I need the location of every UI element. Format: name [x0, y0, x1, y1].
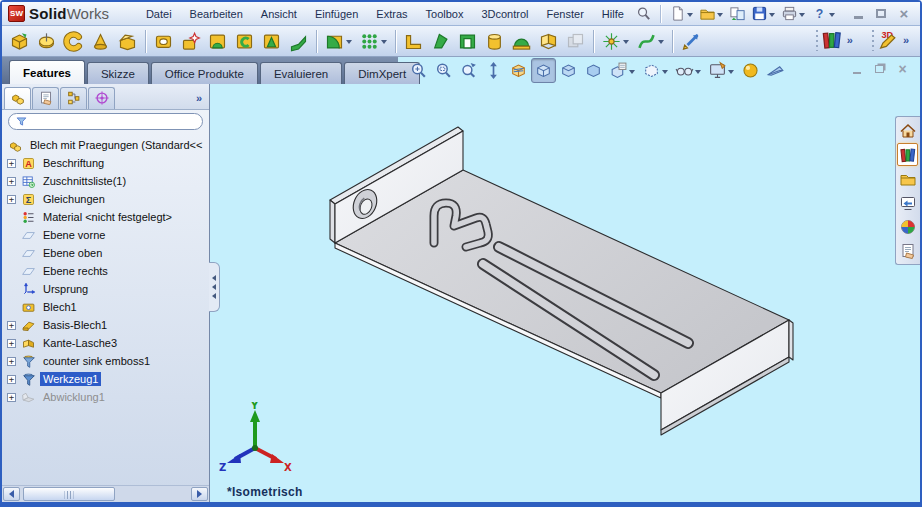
maximize-button[interactable] — [871, 6, 891, 22]
expand-icon[interactable]: + — [7, 375, 16, 384]
boundary-boss-button[interactable] — [114, 28, 141, 55]
expand-icon[interactable]: + — [7, 159, 16, 168]
instant3d-button[interactable] — [677, 28, 704, 55]
design-library-toolbar-icon[interactable] — [821, 29, 843, 51]
dropdown-arrow-icon[interactable] — [628, 60, 636, 81]
dropdown-arrow-icon[interactable] — [345, 30, 353, 53]
panel-overflow-chevron[interactable]: » — [191, 92, 207, 104]
display-style-button[interactable] — [556, 58, 581, 83]
zoom-to-fit-button[interactable] — [406, 58, 431, 83]
dome-button[interactable] — [508, 28, 535, 55]
tree-item-ebene-vorne[interactable]: Ebene vorne — [5, 226, 209, 244]
minimize-button[interactable] — [848, 6, 868, 22]
tree-item-gleichungen[interactable]: +ΣGleichungen — [5, 190, 209, 208]
lofted-boss-button[interactable] — [87, 28, 114, 55]
panel-collapse-handle[interactable] — [209, 262, 220, 312]
tree-item-blech1[interactable]: Blech1 — [5, 298, 209, 316]
graphics-area[interactable]: Y X Z *Isometrisch — [210, 84, 920, 502]
display-style-shaded-button[interactable] — [581, 58, 606, 83]
menu-fenster[interactable]: Fenster — [538, 5, 593, 23]
view-palette-button[interactable] — [897, 191, 918, 214]
horizontal-scrollbar[interactable] — [2, 485, 209, 502]
search-icon[interactable] — [633, 4, 654, 24]
menu-datei[interactable]: Datei — [137, 5, 181, 23]
toolbar-overflow-chevron[interactable]: » — [901, 34, 911, 46]
print-button[interactable] — [779, 4, 808, 24]
make-drawing-from-part-button[interactable] — [727, 4, 748, 24]
doc-restore-button[interactable] — [872, 62, 887, 76]
menu-ansicht[interactable]: Ansicht — [252, 5, 306, 23]
revolved-boss-button[interactable] — [33, 28, 60, 55]
feature-filter[interactable] — [8, 113, 203, 130]
wrap-button[interactable] — [481, 28, 508, 55]
dropdown-arrow-icon[interactable] — [828, 5, 836, 23]
revolved-cut-button[interactable] — [204, 28, 231, 55]
feature-filter-input[interactable] — [31, 116, 196, 127]
zoom-to-area-button[interactable] — [431, 58, 456, 83]
configurationmanager-tab[interactable] — [60, 87, 87, 109]
propertymanager-tab[interactable] — [32, 87, 59, 109]
boundary-cut-button[interactable] — [285, 28, 312, 55]
menu-einf-gen[interactable]: Einfügen — [306, 5, 367, 23]
toolbar-drag-handle[interactable] — [871, 29, 875, 51]
featuremanager-tab[interactable] — [4, 87, 31, 109]
expand-icon[interactable]: + — [7, 177, 16, 186]
dropdown-arrow-icon[interactable] — [798, 5, 806, 23]
dropdown-arrow-icon[interactable] — [768, 5, 776, 23]
expand-icon[interactable]: + — [7, 195, 16, 204]
menu-toolbox[interactable]: Toolbox — [417, 5, 473, 23]
expand-icon[interactable]: + — [7, 321, 16, 330]
menu-hilfe[interactable]: Hilfe — [593, 5, 633, 23]
toolbar-drag-handle[interactable] — [815, 29, 819, 51]
toolbar-overflow-chevron[interactable]: » — [845, 34, 855, 46]
tab-skizze[interactable]: Skizze — [87, 62, 149, 84]
fillet-button[interactable] — [321, 28, 356, 55]
previous-view-button[interactable] — [481, 58, 506, 83]
tree-item-ebene-rechts[interactable]: Ebene rechts — [5, 262, 209, 280]
appearances-button[interactable] — [897, 215, 918, 238]
swept-cut-button[interactable] — [231, 28, 258, 55]
save-button[interactable] — [749, 4, 778, 24]
tree-item-basis-blech1[interactable]: +Basis-Blech1 — [5, 316, 209, 334]
curves-button[interactable] — [633, 28, 668, 55]
tree-item-beschriftung[interactable]: +ABeschriftung — [5, 154, 209, 172]
tree-item-abwicklung1[interactable]: +Abwicklung1 — [5, 388, 209, 406]
dropdown-arrow-icon[interactable] — [622, 30, 630, 53]
hidden-lines-mode-button[interactable] — [639, 58, 672, 83]
tab-evaluieren[interactable]: Evaluieren — [260, 62, 342, 84]
menu-3dcontrol[interactable]: 3Dcontrol — [472, 5, 537, 23]
file-explorer-button[interactable] — [897, 167, 918, 190]
menu-bearbeiten[interactable]: Bearbeiten — [181, 5, 252, 23]
scrollbar-thumb[interactable] — [23, 487, 115, 501]
extruded-cut-button[interactable] — [150, 28, 177, 55]
shell-button[interactable] — [454, 28, 481, 55]
home-button[interactable] — [897, 119, 918, 142]
sheet-metal-model[interactable] — [210, 84, 920, 502]
hide-show-items-button[interactable] — [672, 58, 705, 83]
dropdown-arrow-icon[interactable] — [657, 30, 665, 53]
swept-boss-button[interactable] — [60, 28, 87, 55]
extruded-boss-button[interactable] — [6, 28, 33, 55]
expand-icon[interactable]: + — [7, 393, 16, 402]
lofted-cut-button[interactable] — [258, 28, 285, 55]
section-view-button[interactable] — [506, 58, 531, 83]
tree-item-material-nicht-festgelegt[interactable]: Material <nicht festgelegt> — [5, 208, 209, 226]
reference-geometry-button[interactable] — [598, 28, 633, 55]
tree-item-werkzeug1[interactable]: +Werkzeug1 — [5, 370, 209, 388]
expand-icon[interactable]: + — [7, 339, 16, 348]
dimxpertmanager-tab[interactable] — [88, 87, 115, 109]
help-button[interactable]: ? — [809, 4, 838, 24]
scroll-right-arrow[interactable] — [191, 487, 208, 501]
new-document-button[interactable] — [667, 4, 696, 24]
zoom-to-selection-button[interactable] — [456, 58, 481, 83]
view-settings-button[interactable] — [763, 58, 788, 83]
tab-office-produkte[interactable]: Office Produkte — [151, 62, 258, 84]
edit-appearance-button[interactable] — [738, 58, 763, 83]
expand-icon[interactable]: + — [7, 357, 16, 366]
view-orientation-button[interactable] — [531, 58, 556, 83]
custom-properties-button[interactable] — [897, 239, 918, 262]
dropdown-arrow-icon[interactable] — [716, 5, 724, 23]
dropdown-arrow-icon[interactable] — [661, 60, 669, 81]
rib-button[interactable] — [400, 28, 427, 55]
dropdown-arrow-icon[interactable] — [380, 30, 388, 53]
